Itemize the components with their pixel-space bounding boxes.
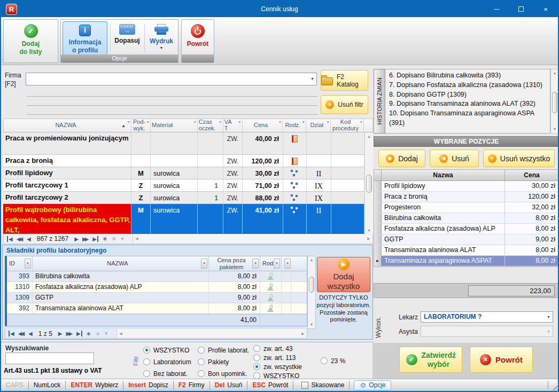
nav-next-icon[interactable]: ▶ (58, 331, 63, 336)
radio-wszystko[interactable]: WSZYSTKO (143, 346, 191, 355)
header-dropdown-icon[interactable]: ▼ (252, 258, 259, 269)
radio-profile-laborat[interactable]: Profile laborat. (198, 346, 249, 355)
filter-funnel-icon[interactable]: ▼ (104, 332, 108, 335)
maximize-button[interactable] (509, 1, 533, 17)
radio-zw-art-113[interactable]: zw. art. 113 (253, 353, 302, 362)
horizontal-scrollbar[interactable]: ◀ ▶ (117, 329, 307, 338)
scroll-right-icon[interactable]: ▶ (365, 234, 372, 244)
nav-last-icon[interactable]: ▶ (92, 236, 98, 242)
column-header-vat[interactable]: VAT ▼ (223, 119, 243, 132)
selected-row[interactable]: GGTP 9,00 zł (374, 234, 558, 245)
vertical-scrollbar[interactable]: ▲ ▼ (364, 133, 373, 234)
radio-laboratorium[interactable]: Laboratorium (143, 357, 191, 366)
component-row[interactable]: 392 Transaminaza alaninowa ALAT 8,00 zł (7, 303, 307, 314)
selected-row[interactable]: Profil lipidowy 30,00 zł (374, 181, 558, 192)
column-header-extra[interactable]: ▼ (282, 256, 292, 271)
column-header-id[interactable]: ID ▼ (7, 256, 33, 271)
shortcut-esc[interactable]: ESC Powrót (247, 381, 293, 390)
filter-funnel-icon[interactable]: ▼ (120, 237, 125, 241)
column-header-podwyk[interactable]: Pod-wyk. ▼ (131, 119, 151, 132)
selected-row[interactable]: Fosfataza alkaliczna (zasadowa) ALP 8,00… (374, 224, 558, 234)
wydruk-dropdown-icon[interactable]: ▼ (160, 46, 164, 50)
titlebar[interactable]: R Cennik usług × (1, 1, 558, 17)
component-row[interactable]: 1310 Fosfataza alkaliczna (zasadowa) ALP… (7, 282, 307, 293)
scrollbar-thumb[interactable] (366, 175, 372, 193)
column-header-rodz[interactable]: Rodz. ▼ (283, 119, 306, 132)
chevron-down-icon[interactable]: ▼ (547, 315, 550, 319)
scroll-left-icon[interactable]: ◀ (117, 329, 125, 338)
components-table-header[interactable]: ID ▼ NAZWA ▼ Cena poza pakietem ▼ Rodz. … (7, 256, 307, 271)
nav-next-page-icon[interactable]: ▶▶ (66, 331, 73, 336)
profile-info-button[interactable]: i Informacja o profilu (63, 21, 107, 55)
selected-table-header[interactable]: Nazwa Cena (374, 170, 558, 181)
nav-insert-icon[interactable]: ∗ (86, 330, 91, 338)
selected-row[interactable]: Bilirubina całkowita 8,00 zł (374, 213, 558, 224)
minimize-button[interactable] (484, 1, 509, 17)
radio-bon-upomink[interactable]: Bon upomink. (198, 369, 249, 378)
table-row[interactable]: Profil lipidowy M surowica ZW. 30,00 zł … (3, 167, 373, 179)
radio-zw-wszystkie[interactable]: zw. wszystkie (253, 362, 302, 371)
column-header-material[interactable]: Materiał ▼ (151, 119, 198, 132)
scroll-right-icon[interactable]: ▶ (299, 329, 307, 338)
filter-funnel-icon[interactable]: ▼ (127, 120, 130, 124)
selected-row[interactable]: Praca z bronią 120,00 zł (374, 192, 558, 202)
firma-combobox[interactable]: ▼ (26, 73, 317, 85)
table-row-selected[interactable]: Profil wątrobowy (bilirubina całkowita, … (3, 204, 373, 234)
usun-button[interactable]: ◀ Usuń (430, 150, 479, 167)
selected-row[interactable]: Progesteron 32,00 zł (374, 202, 558, 213)
header-dropdown-icon[interactable]: ▼ (201, 258, 207, 269)
filter-funnel-icon[interactable]: ▼ (238, 120, 242, 124)
table-row[interactable]: Praca w promieniowaniu jonizującym ZW. 4… (3, 132, 373, 155)
column-header-nazwa[interactable]: Nazwa (382, 170, 505, 181)
column-header-kod[interactable]: Kod procedury ▼ (331, 119, 364, 132)
filter-funnel-icon[interactable]: ▼ (326, 120, 330, 124)
nav-append-icon[interactable]: ∗ (95, 330, 100, 338)
filter-funnel-icon[interactable]: ▼ (278, 120, 282, 124)
components-vertical-scrollbar[interactable]: ▲ ▼ (307, 256, 316, 329)
table-row[interactable]: Profil tarczycowy 1 Z surowica 1 ZW. 71,… (3, 179, 373, 192)
nav-next-page-icon[interactable]: ▶▶ (82, 236, 89, 242)
checkbox-icon[interactable] (301, 382, 308, 389)
filter-funnel-icon[interactable]: ▼ (146, 120, 150, 124)
filter-funnel-icon[interactable]: ▼ (359, 120, 363, 124)
scroll-left-icon[interactable]: ◀ (133, 234, 141, 244)
component-row[interactable]: 1309 GGTP 9,00 zł (7, 293, 307, 303)
shortcut-del[interactable]: Del Usuń (210, 381, 248, 390)
usun-wszystko-button[interactable]: « Usuń wszystko (483, 150, 555, 167)
shortcut-insert[interactable]: Insert Dopisz (123, 381, 173, 390)
chevron-down-icon[interactable]: ▼ (310, 77, 314, 81)
add-all-button[interactable]: ▶ Dodaj wszystko (317, 257, 370, 292)
asysta-combobox[interactable]: ▼ (421, 326, 553, 337)
column-header-cena-poza[interactable]: Cena poza pakietem ▼ (209, 256, 260, 271)
table-row[interactable]: Praca z bronią ZW. 120,00 zł (3, 155, 373, 167)
header-dropdown-icon[interactable]: ▼ (274, 258, 280, 269)
add-to-list-button[interactable]: ✓ Dodaj do listy (6, 21, 56, 60)
nav-prev-page-icon[interactable]: ◀◀ (17, 236, 23, 242)
dodaj-button[interactable]: ▶ Dodaj (378, 150, 425, 167)
nav-prev-page-icon[interactable]: ◀◀ (18, 331, 25, 336)
opcje-button[interactable]: ⚙ Opcje (354, 380, 391, 390)
column-header-dzial[interactable]: Dział ▼ (306, 119, 331, 132)
scroll-up-icon[interactable]: ▲ (551, 69, 558, 77)
component-row[interactable]: 393 Bilirubina całkowita 8,00 zł (7, 271, 307, 282)
column-header-cena[interactable]: Cena ▼ (243, 119, 283, 132)
powrot-button[interactable]: Powrót (183, 21, 213, 53)
wydruk-button[interactable]: Wydruk ▼ (146, 21, 177, 55)
scroll-down-icon[interactable]: ▼ (551, 126, 558, 133)
services-table-header[interactable]: NAZWA ▲ ▼ Pod-wyk. ▼ Materiał ▼ Czas ocz… (3, 119, 373, 132)
f2-katalog-button[interactable]: F2 Katalog (321, 70, 368, 91)
nav-append-icon[interactable]: ∗ (111, 235, 117, 242)
nav-prev-icon[interactable]: ◀ (27, 236, 31, 242)
column-header-rodz[interactable]: Rodz. ▼ (260, 256, 282, 271)
close-button[interactable]: × (533, 1, 558, 17)
selected-row-active[interactable]: ▸ Transaminaza asparaginowa ASPAT 8,00 z… (374, 256, 558, 266)
nav-prev-icon[interactable]: ◀ (28, 331, 33, 336)
shortcut-enter[interactable]: ENTER Wybierz (66, 381, 123, 390)
radio-pakiety[interactable]: Pakiety (198, 357, 249, 366)
column-header-czas[interactable]: Czas oczek. ▼ (198, 119, 223, 132)
search-input[interactable] (5, 352, 94, 364)
filter-funnel-icon[interactable]: ▼ (301, 120, 305, 124)
history-scrollbar[interactable]: ▲ ▼ (550, 69, 559, 134)
selected-row[interactable]: Transaminaza alaninowa ALAT 8,00 zł (374, 245, 558, 256)
lekarz-combobox[interactable]: LABORATORIUM ? ▼ (421, 311, 553, 323)
